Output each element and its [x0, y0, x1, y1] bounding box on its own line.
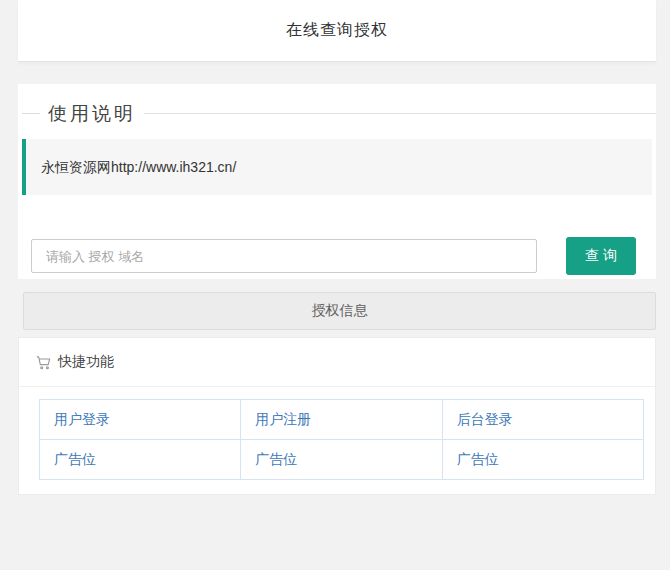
link-admin-login[interactable]: 后台登录 [457, 411, 513, 427]
heading-divider-left [22, 113, 40, 114]
table-row: 用户登录 用户注册 后台登录 [40, 400, 644, 440]
notice-text: 永恒资源网http://www.ih321.cn/ [41, 159, 236, 175]
link-ad-slot-1[interactable]: 广告位 [54, 451, 96, 467]
link-ad-slot-3[interactable]: 广告位 [457, 451, 499, 467]
quick-functions-header: 快捷功能 [19, 338, 655, 387]
table-row: 广告位 广告位 广告位 [40, 440, 644, 480]
link-user-register[interactable]: 用户注册 [255, 411, 311, 427]
table-cell: 后台登录 [442, 400, 643, 440]
table-cell: 广告位 [241, 440, 442, 480]
quick-functions-title: 快捷功能 [58, 353, 114, 371]
heading-divider-right [144, 113, 656, 114]
link-user-login[interactable]: 用户登录 [54, 411, 110, 427]
query-button[interactable]: 查 询 [566, 237, 636, 275]
page-title: 在线查询授权 [286, 20, 388, 41]
link-ad-slot-2[interactable]: 广告位 [255, 451, 297, 467]
cart-icon [35, 354, 52, 371]
header: 在线查询授权 [18, 0, 656, 62]
auth-info-bar: 授权信息 [23, 292, 656, 330]
quick-links-table: 用户登录 用户注册 后台登录 广告位 广告位 [39, 399, 644, 480]
search-row: 查 询 [31, 237, 636, 275]
notice-blockquote: 永恒资源网http://www.ih321.cn/ [22, 139, 652, 195]
usage-heading-text: 使用说明 [48, 100, 136, 127]
table-cell: 用户登录 [40, 400, 241, 440]
auth-info-label: 授权信息 [312, 302, 368, 320]
domain-search-input[interactable] [31, 239, 537, 273]
usage-section: 使用说明 永恒资源网http://www.ih321.cn/ 查 询 [18, 84, 656, 279]
table-cell: 用户注册 [241, 400, 442, 440]
table-cell: 广告位 [40, 440, 241, 480]
table-cell: 广告位 [442, 440, 643, 480]
usage-heading: 使用说明 [22, 100, 656, 127]
page-container: 在线查询授权 使用说明 永恒资源网http://www.ih321.cn/ 查 … [18, 0, 656, 495]
quick-functions-card: 快捷功能 用户登录 用户注册 后台登录 广告位 [18, 337, 656, 495]
